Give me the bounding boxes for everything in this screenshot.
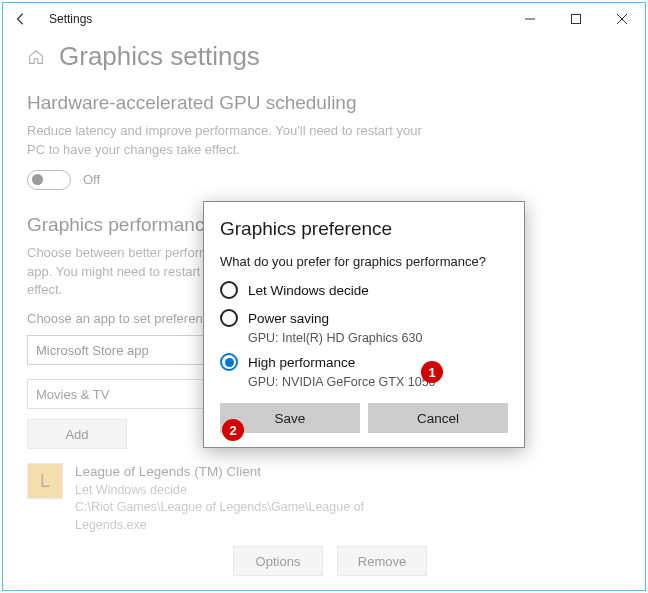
page-title: Graphics settings	[59, 41, 260, 72]
cancel-button[interactable]: Cancel	[368, 403, 508, 433]
maximize-button[interactable]	[553, 3, 599, 35]
section-title-gpu: Hardware-accelerated GPU scheduling	[27, 92, 621, 114]
app-info: Movies & TV Let Windows decide	[75, 590, 187, 591]
svg-rect-1	[572, 15, 581, 24]
radio-icon	[220, 281, 238, 299]
app-name: Movies & TV	[75, 590, 187, 591]
app-row[interactable]: L League of Legends (TM) Client Let Wind…	[27, 463, 621, 534]
app-info: League of Legends (TM) Client Let Window…	[75, 463, 435, 534]
settings-window: Settings Graphics settings Hardware-acce…	[2, 2, 646, 591]
high-performance-gpu: GPU: NVIDIA GeForce GTX 1050	[248, 375, 508, 389]
radio-icon-selected	[220, 353, 238, 371]
gpu-scheduling-description: Reduce latency and improve performance. …	[27, 122, 427, 160]
app-type-value: Microsoft Store app	[36, 343, 149, 358]
close-button[interactable]	[599, 3, 645, 35]
radio-icon	[220, 309, 238, 327]
app-icon: L	[27, 463, 63, 499]
radio-power-saving[interactable]: Power saving	[220, 309, 508, 327]
dialog-title: Graphics preference	[220, 218, 508, 240]
annotation-badge-1: 1	[421, 361, 443, 383]
app-row[interactable]: ▶ Movies & TV Let Windows decide	[27, 590, 621, 591]
minimize-button[interactable]	[507, 3, 553, 35]
annotation-badge-2: 2	[222, 419, 244, 441]
back-button[interactable]	[7, 5, 35, 33]
app-icon: ▶	[27, 590, 63, 591]
remove-button[interactable]: Remove	[337, 546, 427, 576]
app-path: C:\Riot Games\League of Legends\Game\Lea…	[75, 499, 435, 534]
radio-let-windows-decide[interactable]: Let Windows decide	[220, 281, 508, 299]
window-title: Settings	[35, 12, 507, 26]
radio-high-performance[interactable]: High performance	[220, 353, 508, 371]
radio-label: High performance	[248, 355, 355, 370]
home-icon[interactable]	[27, 48, 45, 66]
app-name: League of Legends (TM) Client	[75, 463, 435, 482]
graphics-preference-dialog: Graphics preference What do you prefer f…	[203, 201, 525, 448]
power-saving-gpu: GPU: Intel(R) HD Graphics 630	[248, 331, 508, 345]
app-picker-value: Movies & TV	[36, 387, 109, 402]
radio-label: Power saving	[248, 311, 329, 326]
gpu-scheduling-toggle[interactable]	[27, 170, 71, 190]
add-button[interactable]: Add	[27, 419, 127, 449]
radio-label: Let Windows decide	[248, 283, 369, 298]
app-pref: Let Windows decide	[75, 482, 435, 500]
options-button[interactable]: Options	[233, 546, 323, 576]
toggle-state-label: Off	[83, 172, 100, 187]
dialog-question: What do you prefer for graphics performa…	[220, 254, 508, 269]
title-bar: Settings	[3, 3, 645, 35]
